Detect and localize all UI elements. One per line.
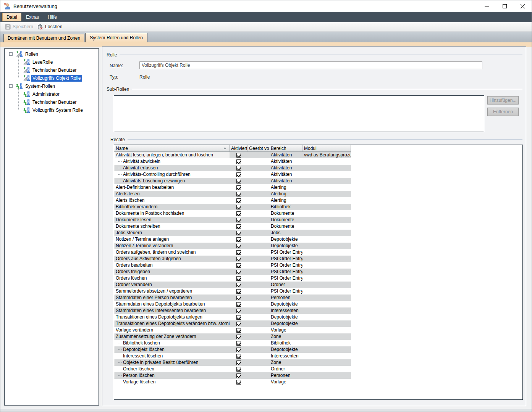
table-row[interactable]: Aktivitäts-Controlling durchführenAktivi… bbox=[114, 171, 351, 178]
checked-checkbox[interactable] bbox=[236, 205, 241, 209]
close-button[interactable] bbox=[514, 0, 532, 12]
table-row[interactable]: Alert-Definitionen bearbeitenAlerting bbox=[114, 184, 351, 191]
checked-checkbox[interactable] bbox=[236, 263, 241, 268]
checked-checkbox[interactable] bbox=[236, 373, 241, 378]
table-row[interactable]: Orders löschenPSI Order Entry bbox=[114, 275, 351, 282]
checked-checkbox[interactable] bbox=[236, 179, 241, 183]
column-header-aktiviert[interactable]: Aktiviert bbox=[230, 145, 247, 151]
table-row[interactable]: Orders aufgeben, ändern und streichenPSI… bbox=[114, 249, 351, 256]
tree-collapse-icon[interactable] bbox=[9, 84, 13, 88]
table-row[interactable]: Dokumente schreibenDokumente bbox=[114, 223, 351, 230]
add-subrole-button[interactable]: Hinzufügen... bbox=[487, 96, 519, 105]
checked-checkbox[interactable] bbox=[236, 335, 241, 339]
tree-item-technischer-benutzer[interactable]: Technischer Benutzer bbox=[5, 66, 99, 74]
table-row[interactable]: Dokumente in Postbox hochladenDokumente bbox=[114, 210, 351, 217]
table-row[interactable]: Objekte in privaten Besitz überführenZon… bbox=[114, 359, 351, 366]
checked-checkbox[interactable] bbox=[236, 250, 241, 255]
table-row[interactable]: Stammdaten einer Person bearbeitenPerson… bbox=[114, 295, 351, 301]
checked-checkbox[interactable] bbox=[236, 302, 241, 307]
table-row[interactable]: Alerts lesenAlerting bbox=[114, 191, 351, 197]
checked-checkbox[interactable] bbox=[236, 237, 241, 242]
table-row[interactable]: Ordner löschenOrdner bbox=[114, 366, 351, 372]
table-row[interactable]: Dokumente lesenDokumente bbox=[114, 217, 351, 223]
minimize-button[interactable] bbox=[478, 0, 496, 12]
table-row[interactable]: Vorlage löschenVorlage bbox=[114, 379, 351, 385]
checked-checkbox[interactable] bbox=[236, 341, 241, 346]
table-row[interactable]: Orders bearbeitenPSI Order Entry bbox=[114, 262, 351, 269]
table-row[interactable]: Vorlage verändernVorlage bbox=[114, 327, 351, 333]
checked-checkbox[interactable] bbox=[236, 283, 241, 287]
column-header-bereich[interactable]: Bereich bbox=[269, 145, 302, 151]
table-row[interactable]: Zusammensetzung der Zone verändernZone bbox=[114, 333, 351, 340]
menu-extras[interactable]: Extras bbox=[22, 13, 43, 21]
table-row[interactable]: Ordner verändernOrdner bbox=[114, 282, 351, 288]
checked-checkbox[interactable] bbox=[236, 257, 241, 261]
tree-item-vollzugriffs-objekt-rolle[interactable]: Vollzugriffs Objekt Rolle bbox=[5, 74, 99, 82]
checked-checkbox[interactable] bbox=[236, 367, 241, 372]
checked-checkbox[interactable] bbox=[236, 348, 241, 352]
table-row[interactable]: Stammdaten eines Depotobjekts bearbeiten… bbox=[114, 301, 351, 307]
checked-checkbox[interactable] bbox=[236, 153, 241, 158]
table-row[interactable]: Aktivität abwickelnAktivitäten bbox=[114, 158, 351, 165]
tree-item-technischer-benutzer[interactable]: Technischer Benutzer bbox=[5, 98, 99, 106]
delete-button[interactable]: Löschen bbox=[35, 23, 64, 31]
checked-checkbox[interactable] bbox=[236, 328, 241, 333]
checked-checkbox[interactable] bbox=[236, 231, 241, 235]
checked-checkbox[interactable] bbox=[236, 198, 241, 203]
tree-item-administrator[interactable]: Administrator bbox=[5, 90, 99, 98]
table-row[interactable]: Person löschenPersonen bbox=[114, 372, 351, 379]
checked-checkbox[interactable] bbox=[236, 185, 241, 190]
column-header-geerbt-von[interactable]: Geerbt von bbox=[247, 145, 269, 151]
table-row[interactable]: Notizen / Termine verändernDepotobjekte bbox=[114, 243, 351, 249]
checked-checkbox[interactable] bbox=[236, 380, 241, 385]
checked-checkbox[interactable] bbox=[236, 354, 241, 359]
table-row[interactable]: Bibliothek verändernBibliothek bbox=[114, 204, 351, 210]
table-row[interactable]: Orders freigebenPSI Order Entry bbox=[114, 269, 351, 275]
table-row[interactable]: Bibliothek löschenBibliothek bbox=[114, 340, 351, 346]
role-name-input[interactable] bbox=[139, 61, 482, 69]
checked-checkbox[interactable] bbox=[236, 296, 241, 300]
checked-checkbox[interactable] bbox=[236, 172, 241, 177]
checked-checkbox[interactable] bbox=[236, 224, 241, 229]
column-header-modul[interactable]: Modul bbox=[302, 145, 351, 151]
table-row[interactable]: Depotobjekt löschenDepotobjekte bbox=[114, 346, 351, 353]
checked-checkbox[interactable] bbox=[236, 218, 241, 222]
table-row[interactable]: Aktivität erfassenAktivitäten bbox=[114, 165, 351, 171]
checked-checkbox[interactable] bbox=[236, 166, 241, 171]
table-row[interactable]: Interessent löschenInteressenten bbox=[114, 353, 351, 359]
checked-checkbox[interactable] bbox=[236, 360, 241, 365]
checked-checkbox[interactable] bbox=[236, 322, 241, 326]
table-row[interactable]: Aktivität lesen, anlegen, bearbeiten und… bbox=[114, 152, 351, 158]
menu-hilfe[interactable]: Hilfe bbox=[44, 13, 61, 21]
table-row[interactable]: Notizen / Termine anlegenDepotobjekte bbox=[114, 236, 351, 243]
column-header-name[interactable]: Name bbox=[114, 145, 230, 151]
table-row[interactable]: Jobs steuernJobs bbox=[114, 230, 351, 236]
checked-checkbox[interactable] bbox=[236, 244, 241, 248]
checked-checkbox[interactable] bbox=[236, 309, 241, 313]
tree-item-leserolle[interactable]: LeseRolle bbox=[5, 58, 99, 66]
remove-subrole-button[interactable]: Entfernen bbox=[487, 108, 519, 116]
checked-checkbox[interactable] bbox=[236, 192, 241, 196]
checked-checkbox[interactable] bbox=[236, 211, 241, 216]
subroles-listbox[interactable] bbox=[114, 95, 484, 132]
checked-checkbox[interactable] bbox=[236, 289, 241, 294]
table-row[interactable]: Transaktionen eines Depotobjekts verände… bbox=[114, 320, 351, 327]
table-row[interactable]: Alerts löschenAlerting bbox=[114, 197, 351, 204]
maximize-button[interactable] bbox=[496, 0, 514, 12]
menu-datei[interactable]: Datei bbox=[2, 13, 21, 21]
table-row[interactable]: Transaktionen eines Depotobjekts anlegen… bbox=[114, 314, 351, 320]
tree-collapse-icon[interactable] bbox=[9, 52, 13, 56]
tab-system-rollen[interactable]: System-Rollen und Rollen bbox=[85, 33, 147, 42]
table-row[interactable]: Stammdaten eines Interessenten bearbeite… bbox=[114, 307, 351, 314]
checked-checkbox[interactable] bbox=[236, 276, 241, 281]
table-row[interactable]: Sammelorders absetzen / exportierenPSI O… bbox=[114, 288, 351, 295]
geerbt-von-cell bbox=[247, 295, 269, 301]
tree-item-vollzugriffs-system-rolle[interactable]: Vollzugriffs System Rolle bbox=[5, 106, 99, 114]
save-button[interactable]: Speichern bbox=[3, 23, 35, 31]
table-row[interactable]: Aktivitäts-Löschung erzwingenAktivitäten bbox=[114, 178, 351, 184]
tab-domaenen[interactable]: Domänen mit Benutzern und Zonen bbox=[3, 34, 84, 42]
table-row[interactable]: Orders aus Aktivitäten aufgebenPSI Order… bbox=[114, 256, 351, 262]
checked-checkbox[interactable] bbox=[236, 270, 241, 274]
checked-checkbox[interactable] bbox=[236, 315, 241, 320]
checked-checkbox[interactable] bbox=[236, 159, 241, 164]
